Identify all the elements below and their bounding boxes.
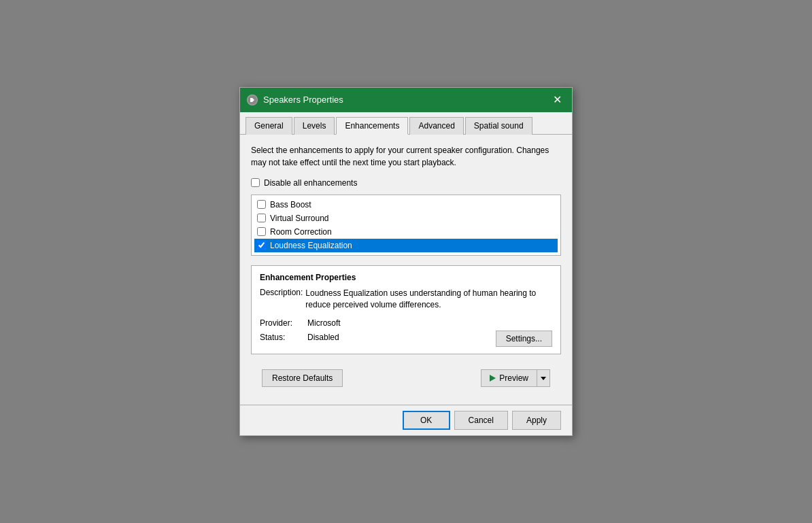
bass-boost-label[interactable]: Bass Boost [270,200,311,209]
tab-advanced[interactable]: Advanced [409,117,463,135]
ok-button[interactable]: OK [403,411,450,430]
preview-button[interactable]: Preview [481,369,537,387]
preview-dropdown-button[interactable] [537,369,550,387]
preview-label: Preview [499,373,528,383]
virtual-surround-label[interactable]: Virtual Surround [270,214,329,223]
title-bar-left: Speakers Properties [247,95,343,105]
enhancement-room-correction[interactable]: Room Correction [254,225,558,239]
restore-defaults-button[interactable]: Restore Defaults [262,369,343,387]
speakers-properties-dialog: Speakers Properties ✕ General Levels Enh… [239,87,573,437]
loudness-equalization-checkbox[interactable] [257,241,266,250]
status-label: Status: [260,333,307,342]
tab-general[interactable]: General [246,117,292,135]
enhancement-bass-boost[interactable]: Bass Boost [254,198,558,212]
description-label: Description: [260,288,303,297]
provider-row: Provider: Microsoft [260,318,552,328]
enhancement-loudness-equalization[interactable]: Loudness Equalization [254,239,558,252]
disable-all-label[interactable]: Disable all enhancements [264,178,357,188]
apply-button[interactable]: Apply [512,411,561,430]
enhancement-virtual-surround[interactable]: Virtual Surround [254,212,558,225]
tab-spatial-sound[interactable]: Spatial sound [465,117,532,135]
tab-enhancements[interactable]: Enhancements [336,117,408,135]
room-correction-label[interactable]: Room Correction [270,227,332,237]
disable-all-row: Disable all enhancements [251,178,561,188]
dialog-title: Speakers Properties [263,95,343,105]
props-title: Enhancement Properties [260,273,552,282]
provider-label: Provider: [260,318,307,328]
disable-all-checkbox[interactable] [251,178,260,187]
speaker-icon [247,95,258,105]
provider-value: Microsoft [307,318,552,328]
status-row: Status: Disabled [260,333,496,342]
cancel-button[interactable]: Cancel [454,411,508,430]
play-icon [490,375,496,382]
dialog-footer: OK Cancel Apply [240,405,572,435]
bottom-buttons-bar: Restore Defaults Preview [251,364,561,395]
enhancements-content: Select the enhancements to apply for you… [240,135,572,405]
loudness-equalization-label[interactable]: Loudness Equalization [270,241,352,250]
title-bar: Speakers Properties ✕ [240,88,572,112]
bass-boost-checkbox[interactable] [257,200,266,209]
settings-button[interactable]: Settings... [496,331,552,347]
tabs-bar: General Levels Enhancements Advanced Spa… [240,112,572,135]
close-button[interactable]: ✕ [549,92,565,108]
props-description-row: Description: Loudness Equalization uses … [260,288,552,311]
chevron-down-icon [541,377,546,380]
room-correction-checkbox[interactable] [257,227,266,236]
enhancement-properties-section: Enhancement Properties Description: Loud… [251,265,561,355]
tab-levels[interactable]: Levels [294,117,335,135]
description-value: Loudness Equalization uses understanding… [305,288,552,311]
preview-group: Preview [481,369,550,387]
description-text: Select the enhancements to apply for you… [251,144,561,169]
status-value: Disabled [307,333,496,342]
virtual-surround-checkbox[interactable] [257,214,266,222]
enhancements-list: Bass Boost Virtual Surround Room Correct… [251,195,561,256]
